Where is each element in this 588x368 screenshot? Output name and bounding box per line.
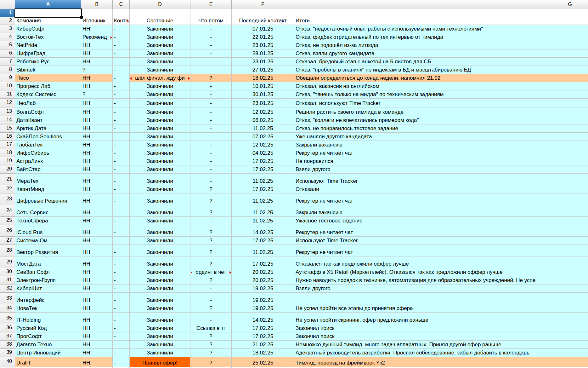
row-header[interactable]: 25 (0, 217, 15, 225)
cell-source[interactable]: НН (81, 141, 113, 149)
cell-last-contact[interactable]: 11.02.25 (232, 217, 294, 225)
cell-result[interactable]: Отказ, не подошёл из-за литкода (294, 41, 586, 49)
row-header[interactable]: 21 (0, 174, 15, 185)
cell-state[interactable]: Закончили (130, 276, 190, 285)
row-header[interactable]: 6 (0, 49, 15, 58)
cell-company[interactable]: NetPride (15, 41, 81, 49)
cell-source[interactable]: НН (81, 245, 113, 256)
cell-source[interactable]: НН (81, 268, 113, 276)
cell-b1[interactable] (81, 9, 113, 17)
row-header[interactable]: 27 (0, 237, 15, 245)
column-header-e[interactable]: E (190, 0, 232, 9)
cell-result[interactable]: Рекрутер не читает чат (294, 245, 586, 256)
cell-source[interactable]: НН (81, 185, 113, 193)
row-header[interactable]: 20 (0, 165, 15, 174)
cell-next[interactable]: - (190, 165, 232, 174)
cell-result[interactable]: Ужасное тестовое задание (294, 217, 586, 225)
cell-source[interactable]: НН (81, 285, 113, 293)
cell-source[interactable]: НН (81, 256, 113, 268)
row-header[interactable]: 30 (0, 268, 15, 276)
cell-contact[interactable]: - (113, 90, 130, 99)
cell-state[interactable]: Закончили (130, 25, 190, 33)
cell-contact[interactable]: - (113, 349, 130, 357)
cell-result[interactable]: Отказ, "коллеги не впечатлились примером… (294, 116, 586, 124)
cell-last-contact[interactable]: 07.02.25 (232, 133, 294, 141)
cell-result[interactable]: Отказался так как предложили оффер лучше (294, 256, 586, 268)
cell-state[interactable]: Закончили (130, 141, 190, 149)
cell-state[interactable]: Закончили (130, 293, 190, 304)
cell-source[interactable]: НН (81, 217, 113, 225)
cell-last-contact[interactable]: 17.02.25 (232, 237, 294, 245)
cell-last-contact[interactable]: 17.02.25 (232, 332, 294, 341)
cell-source[interactable]: НН (81, 149, 113, 157)
cell-last-contact[interactable]: 17.02.25 (232, 157, 294, 165)
cell-contact[interactable]: - (113, 256, 130, 268)
row-header[interactable]: 22 (0, 185, 15, 193)
cell-last-contact[interactable]: 23.01.25 (232, 58, 294, 66)
select-all-corner[interactable] (0, 0, 15, 9)
cell-state[interactable]: Закончили (130, 41, 190, 49)
row-header[interactable]: 18 (0, 149, 15, 157)
cell-last-contact[interactable]: 21.02.25 (232, 341, 294, 349)
cell-next[interactable]: - (190, 285, 232, 293)
cell-next[interactable]: ? (190, 205, 232, 217)
cell-next[interactable]: ? (190, 357, 232, 367)
cell-last-contact[interactable]: 28.01.25 (232, 49, 294, 58)
cell-next[interactable]: ? (190, 193, 232, 205)
cell-company[interactable]: Арктик Дата (15, 124, 81, 133)
cell-result[interactable]: Закончил поиск (294, 324, 586, 332)
cell-contact[interactable]: - (113, 74, 130, 82)
cell-company[interactable]: МостДата (15, 256, 81, 268)
cell-contact[interactable]: - (113, 193, 130, 205)
cell-source[interactable]: НН (81, 82, 113, 90)
cell-source[interactable]: ? (81, 66, 113, 74)
cell-state[interactable]: Закончили (130, 245, 190, 256)
cell-last-contact[interactable]: 17.02.25 (232, 324, 294, 332)
row-header[interactable]: 19 (0, 157, 15, 165)
cell-state[interactable]: Закончили (130, 90, 190, 99)
row-header[interactable]: 11 (0, 90, 15, 99)
cell-state[interactable]: Закончили (130, 174, 190, 185)
cell-state[interactable]: Закончили (130, 116, 190, 124)
row-header[interactable]: 29 (0, 256, 15, 268)
cell-source[interactable]: НН (81, 205, 113, 217)
cell-contact[interactable]: - (113, 245, 130, 256)
cell-company[interactable]: ВолгаСофт (15, 107, 81, 116)
cell-source[interactable]: НН (81, 99, 113, 107)
cell-contact[interactable]: - (113, 49, 130, 58)
cell-company[interactable]: Центр Инноваций (15, 349, 81, 357)
cell-source[interactable]: ? (81, 90, 113, 99)
column-header-d[interactable]: D (130, 0, 190, 9)
column-header-f[interactable]: F (232, 0, 294, 9)
row-header[interactable]: 32 (0, 285, 15, 293)
cell-result[interactable]: Обещали определиться до конца недели, на… (294, 74, 586, 82)
cell-result[interactable]: Рекрутер не читает чат (294, 149, 586, 157)
cell-company[interactable]: БайтСтар (15, 165, 81, 174)
cell-company[interactable]: Русский Код (15, 324, 81, 332)
cell-result[interactable]: Немножко душный тимлид, много задач аппа… (294, 341, 586, 349)
cell-state[interactable]: Закончили (130, 58, 190, 66)
cell-next[interactable]: - (190, 90, 232, 99)
cell-company[interactable]: Кодекс Системс (15, 90, 81, 99)
cell-company[interactable]: Вектор Развития (15, 245, 81, 256)
cell-source[interactable]: НН (81, 225, 113, 237)
cell-company[interactable]: ТехноСфера (15, 217, 81, 225)
cell-last-contact[interactable]: 17.02.25 (232, 256, 294, 268)
cell-contact[interactable]: - (113, 205, 130, 217)
cell-source[interactable]: Рекоменд (81, 33, 113, 41)
row-header[interactable]: 31 (0, 276, 15, 285)
cell-state[interactable]: Закончили (130, 237, 190, 245)
cell-result[interactable]: Решили растить своего тимлида в команде (294, 107, 586, 116)
cell-result[interactable]: Рекрутер не читает чат (294, 193, 586, 205)
cell-last-contact[interactable]: 17.02.25 (232, 185, 294, 193)
cell-source[interactable]: НН (81, 341, 113, 349)
cell-last-contact[interactable]: 23.01.25 (232, 99, 294, 107)
cell-company[interactable]: КиберЩит (15, 285, 81, 293)
cell-next[interactable]: ординг в чет (190, 268, 232, 276)
cell-source[interactable]: НН (81, 313, 113, 324)
cell-next[interactable]: ? (190, 225, 232, 237)
cell-result[interactable]: Не успел пройти все этапы до принятия оф… (294, 304, 586, 313)
row-header[interactable]: 26 (0, 225, 15, 237)
cell-last-contact[interactable]: 14.02.25 (232, 225, 294, 237)
cell-source[interactable]: НН (81, 165, 113, 174)
